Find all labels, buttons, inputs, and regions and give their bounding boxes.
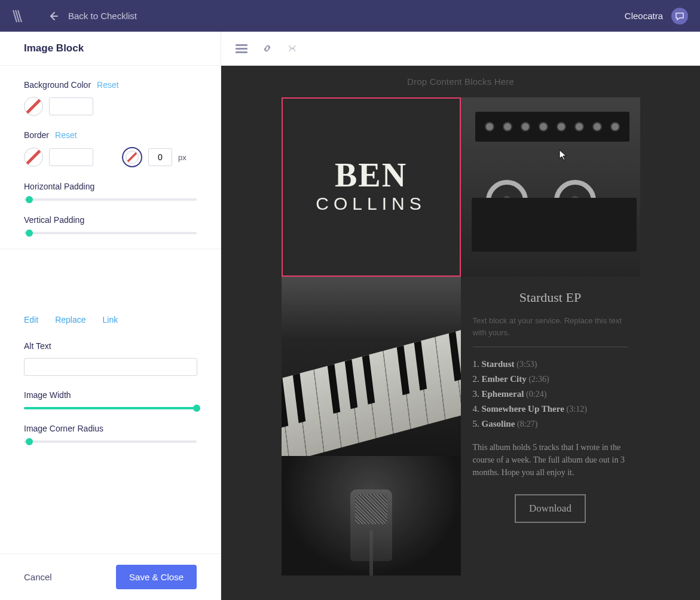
album-description: This album holds 5 tracks that I wrote i…: [473, 441, 628, 479]
drop-zone-hint: Drop Content Blocks Here: [221, 66, 700, 97]
app-logo: [12, 9, 24, 23]
cancel-button[interactable]: Cancel: [24, 572, 52, 582]
blocks-menu-icon[interactable]: [236, 42, 247, 55]
album-title: Stardust EP: [473, 290, 628, 305]
design-tool-icon[interactable]: [287, 43, 298, 54]
alt-text-input[interactable]: [24, 358, 197, 376]
image-block-logo[interactable]: BEN COLLINS: [282, 97, 461, 277]
text-block-tracklist[interactable]: Stardust EP Text block at your service. …: [461, 277, 640, 575]
track-item: 1. Stardust (3:53): [473, 359, 628, 369]
canvas-toolbar: [221, 32, 700, 66]
border-color-none-swatch[interactable]: [24, 148, 43, 167]
chat-icon: [675, 11, 684, 21]
border-width-input[interactable]: [148, 148, 172, 166]
image-block-microphone[interactable]: [282, 456, 461, 575]
logo-text-bottom: COLLINS: [316, 194, 426, 214]
current-user-name[interactable]: Cleocatra: [625, 11, 663, 21]
canvas-area: Drop Content Blocks Here BEN COLLINS: [221, 32, 700, 600]
back-label: Back to Checklist: [68, 11, 137, 21]
logo-text-top: BEN: [335, 160, 407, 190]
image-width-label: Image Width: [24, 390, 71, 400]
track-item: 2. Ember City (2:36): [473, 374, 628, 384]
arrow-left-icon: [48, 11, 59, 22]
download-button[interactable]: Download: [515, 494, 586, 523]
image-width-slider[interactable]: [24, 407, 197, 409]
alt-text-label: Alt Text: [24, 341, 51, 351]
link-tool-icon[interactable]: [262, 43, 273, 54]
panel-title: Image Block: [0, 32, 221, 66]
border-width-unit: px: [178, 153, 187, 162]
bg-color-input[interactable]: [49, 97, 93, 115]
v-padding-slider[interactable]: [24, 232, 197, 234]
image-block-tape-recorder[interactable]: [461, 97, 640, 277]
image-edit-link[interactable]: Edit: [24, 315, 38, 325]
track-list: 1. Stardust (3:53)2. Ember City (2:36)3.…: [473, 359, 628, 429]
bg-color-none-swatch[interactable]: [24, 97, 43, 116]
border-color-input[interactable]: [49, 148, 93, 166]
corner-radius-slider[interactable]: [24, 440, 197, 443]
v-padding-label: Vertical Padding: [24, 215, 84, 225]
h-padding-label: Horizontal Padding: [24, 182, 94, 191]
image-replace-link[interactable]: Replace: [55, 315, 85, 325]
divider-line: [473, 347, 628, 347]
top-bar: Back to Checklist Cleocatra: [0, 0, 700, 32]
panel-divider: [0, 249, 221, 249]
back-to-checklist-link[interactable]: Back to Checklist: [48, 11, 137, 22]
border-style-swatch[interactable]: [122, 147, 142, 167]
email-canvas[interactable]: Drop Content Blocks Here BEN COLLINS: [221, 66, 700, 600]
image-block-piano[interactable]: [282, 277, 461, 456]
border-reset[interactable]: Reset: [55, 130, 77, 140]
track-item: 5. Gasoline (8:27): [473, 419, 628, 429]
chat-button[interactable]: [671, 8, 688, 25]
track-item: 3. Ephemeral (0:24): [473, 389, 628, 399]
inspector-panel: Image Block Background Color Reset Borde…: [0, 32, 221, 600]
border-label: Border: [24, 130, 49, 140]
bg-color-label: Background Color: [24, 80, 91, 90]
corner-radius-label: Image Corner Radius: [24, 424, 103, 433]
track-item: 4. Somewhere Up There (3:12): [473, 404, 628, 414]
save-and-close-button[interactable]: Save & Close: [116, 565, 197, 589]
h-padding-slider[interactable]: [24, 198, 197, 201]
image-link-link[interactable]: Link: [103, 315, 118, 325]
bg-color-reset[interactable]: Reset: [97, 80, 119, 90]
placeholder-text: Text block at your service. Replace this…: [473, 315, 628, 338]
